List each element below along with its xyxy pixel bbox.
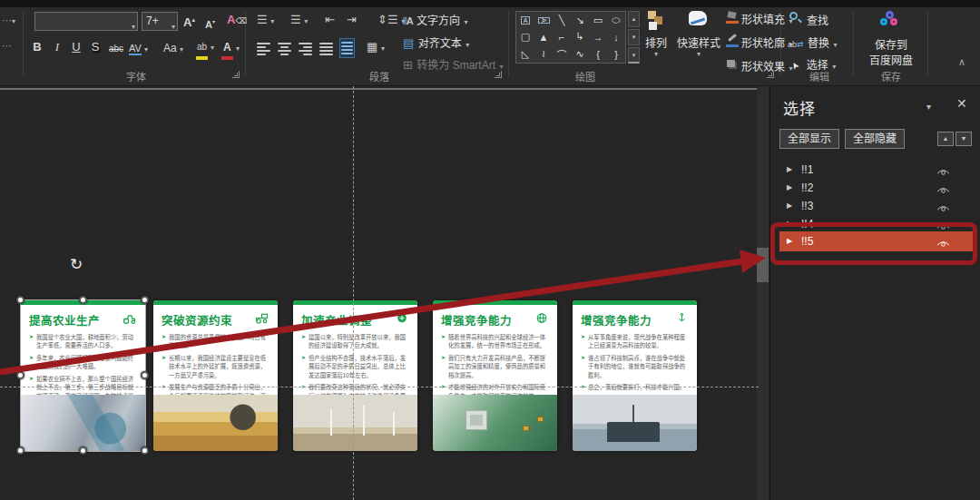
line-shape-icon[interactable]: ╲ (553, 12, 571, 29)
shrink-font-button[interactable]: A▾ (205, 13, 215, 34)
strikethrough-button[interactable]: abc (106, 40, 126, 58)
character-spacing-button[interactable]: AV ▾ (129, 39, 148, 59)
expand-triangle-icon[interactable]: ▶ (787, 220, 792, 228)
corner-shape-icon[interactable]: ◺ (516, 45, 534, 63)
line-spacing-button[interactable]: ⇕☰ ▾ (377, 13, 405, 26)
selection-pane-menu-chevron[interactable]: ▾ (926, 102, 931, 112)
selection-item[interactable]: ▶ !!4 (770, 215, 980, 233)
rounded-rectangle-shape-icon[interactable]: ▢ (516, 29, 534, 46)
font-dialog-launcher[interactable] (232, 71, 240, 78)
replace-icon: ab⇄ (788, 40, 804, 49)
visibility-eye-icon[interactable] (936, 236, 951, 252)
arrange-button[interactable]: 排列 ▾ (641, 11, 671, 58)
save-to-baidu-netdisk-button[interactable]: 保存到 百度网盘 (858, 11, 924, 67)
resize-handle-s[interactable] (79, 446, 87, 455)
align-right-button[interactable] (299, 40, 312, 57)
selection-item-selected[interactable]: ▶ !!5 (770, 232, 980, 250)
hide-all-button[interactable]: 全部隐藏 (845, 129, 905, 149)
curve-shape-icon[interactable]: ∿ (571, 45, 589, 63)
elbow-connector-icon[interactable]: ⌐ (553, 29, 571, 46)
rotate-handle[interactable]: ↻ (70, 255, 83, 274)
arc-shape-icon[interactable]: ⌒ (553, 45, 571, 63)
align-left-button[interactable] (257, 40, 270, 57)
vertical-guide[interactable] (353, 86, 354, 500)
resize-handle-n[interactable] (79, 296, 87, 304)
right-brace-shape-icon[interactable]: } (607, 45, 625, 63)
bullets-button[interactable]: ☰ ▾ (257, 13, 274, 26)
resize-handle-w[interactable] (16, 371, 24, 379)
reorder-down-button[interactable]: ▼ (956, 132, 972, 146)
expand-triangle-icon[interactable]: ▶ (787, 237, 792, 245)
grow-font-button[interactable]: A▴ (183, 11, 195, 32)
justify-button[interactable] (319, 40, 333, 57)
expand-triangle-icon[interactable]: ▶ (787, 183, 792, 191)
text-shadow-button[interactable]: S (88, 38, 103, 56)
bold-button[interactable]: B (30, 38, 44, 56)
card-enhance-competitiveness-2[interactable]: 增强竞争能力 ➤从军事角度来说，现代战争在某种程度上已经演变为高科技的较量。 ➤… (573, 300, 697, 451)
card-accelerate-industry-adjustment[interactable]: 加速产业调整 ➤建国以来，特别是改革开放以来，我国的经济建设取得了巨大成就。 ➤… (293, 300, 417, 451)
horizontal-text-box-icon[interactable]: A (521, 16, 531, 25)
clear-formatting-icon[interactable]: A⌫ (227, 11, 247, 30)
selection-item[interactable]: ▶ !!2 (770, 179, 980, 197)
down-arrow-shape-icon[interactable]: ↓ (607, 29, 625, 46)
expand-triangle-icon[interactable]: ▶ (787, 201, 792, 210)
change-case-button[interactable]: Aa ▾ (163, 39, 183, 59)
card-photo-wind-turbines (293, 395, 417, 451)
quick-styles-button[interactable]: 快速样式 ▾ (675, 11, 722, 58)
numbering-button[interactable]: ☰ ▾ (290, 13, 308, 26)
elbow-arrow-connector-icon[interactable]: ↳ (571, 29, 589, 46)
shape-gallery-more-button[interactable]: ▾ (628, 47, 640, 64)
resize-handle-nw[interactable] (16, 296, 24, 304)
resize-handle-sw[interactable] (16, 446, 24, 455)
selection-item[interactable]: ▶ !!1 (770, 161, 980, 179)
arrow-shape-icon[interactable]: ↘ (571, 12, 589, 29)
quick-styles-icon (689, 11, 707, 25)
left-brace-shape-icon[interactable]: { (589, 45, 607, 63)
text-direction-button[interactable]: ⫴A 文字方向 ▾ (403, 12, 468, 28)
triangle-shape-icon[interactable]: ▲ (534, 29, 553, 46)
decrease-indent-button[interactable]: ⇤ (325, 13, 335, 26)
align-text-button[interactable]: ▤ 对齐文本 ▾ (403, 34, 469, 51)
shape-outline-button[interactable]: 形状轮廓 ▾ (726, 34, 792, 51)
columns-button[interactable]: ▦ ▾ (367, 40, 385, 54)
shape-gallery-down-button[interactable]: ▾ (628, 29, 640, 45)
show-all-button[interactable]: 全部显示 (779, 129, 839, 149)
align-center-button[interactable] (278, 40, 291, 57)
coin-icon (395, 311, 409, 328)
shape-gallery-up-button[interactable]: ▴ (628, 11, 640, 27)
vertical-text-box-icon[interactable]: A (538, 17, 550, 24)
card-improve-agriculture[interactable]: 提高农业生产 ➤我国是个农业大国，耕地面积少，劳动生产率低，需要养活的人口多。 … (21, 300, 145, 451)
shape-fill-button[interactable]: 形状填充 ▾ (726, 11, 792, 27)
increase-indent-button[interactable]: ⇥ (347, 13, 357, 26)
resize-handle-se[interactable] (141, 446, 149, 455)
resize-handle-ne[interactable] (141, 296, 149, 304)
replace-button[interactable]: ab⇄ 替换 ▾ (788, 34, 838, 51)
paragraph-dialog-launcher[interactable] (495, 71, 502, 78)
expand-triangle-icon[interactable]: ▶ (787, 165, 792, 173)
find-button[interactable]: 查找 (789, 12, 828, 28)
canvas-scrollbar-thumb[interactable] (757, 248, 769, 282)
italic-button[interactable]: I (50, 38, 64, 56)
highlight-color-button[interactable]: ab ▾ (196, 38, 214, 60)
font-name-combobox[interactable]: ▾ (34, 12, 138, 31)
right-arrow-shape-icon[interactable]: → (589, 29, 607, 46)
clipped-toolbar-icon[interactable]: ⋯▾ (2, 11, 15, 31)
close-icon[interactable]: ✕ (956, 96, 967, 111)
distribute-text-button-active[interactable] (340, 39, 354, 57)
reorder-up-button[interactable]: ▲ (937, 132, 954, 146)
freeform-shape-icon[interactable]: ≀ (534, 45, 553, 63)
canvas-scrollbar-track[interactable] (757, 86, 769, 500)
shape-gallery[interactable]: A A ╲ ↘ ▭ ⬭ ▢ ▲ ⌐ ↳ → ↓ ◺ ≀ ⌒ ∿ { } (515, 11, 626, 64)
clipped-toolbar-icon[interactable]: ⋯ (2, 36, 12, 54)
resize-handle-e[interactable] (141, 371, 149, 379)
rectangle-shape-icon[interactable]: ▭ (589, 12, 607, 29)
oval-shape-icon[interactable]: ⬭ (607, 12, 625, 29)
horizontal-guide[interactable] (0, 387, 759, 387)
underline-button[interactable]: U (69, 38, 83, 56)
font-size-combobox[interactable]: 7+▾ (142, 12, 178, 31)
card-break-resource-constraints[interactable]: 突破资源约束 ➤我国的资源总量虽然较大，但人均占有量很低。 ➤长期以来，我国经济… (153, 300, 278, 451)
font-color-button[interactable]: A ▾ (221, 38, 240, 60)
card-enhance-competitiveness-1[interactable]: 增强竞争能力 ➤随着世界高科技的兴起和全球经济一体化的发展，统一的世界市场正在形… (433, 300, 557, 451)
selection-item[interactable]: ▶ !!3 (770, 197, 980, 215)
collapse-ribbon-button[interactable]: ∧ (958, 56, 965, 68)
